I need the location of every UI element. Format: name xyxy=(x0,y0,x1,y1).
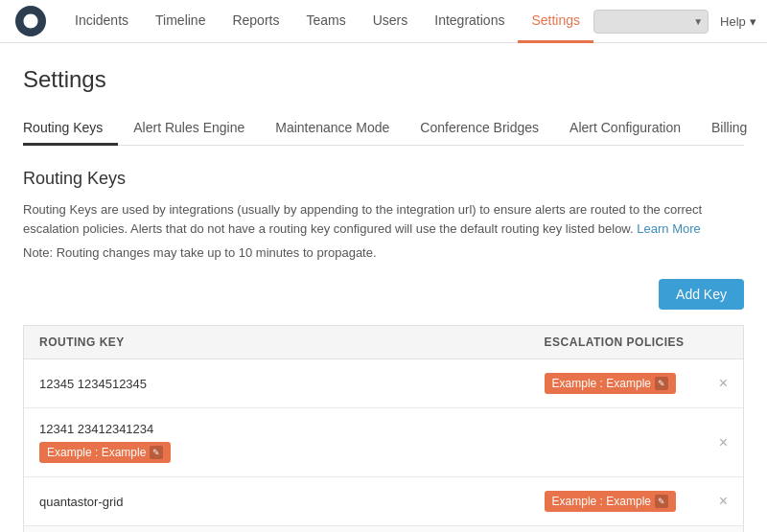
routing-key-value: 12341 23412341234 Example : Example ✎ xyxy=(24,408,529,477)
nav-right: Help ▾ xyxy=(593,10,756,34)
table-row: quantastor-grid Example : Example ✎ × xyxy=(24,477,744,526)
col-delete xyxy=(704,326,744,359)
escalation-cell: Example : Example ✎ xyxy=(529,477,704,526)
tab-routing-keys[interactable]: Routing Keys xyxy=(23,112,118,146)
col-routing-key: Routing Key xyxy=(24,326,529,359)
table-body: 12345 1234512345 Example : Example ✎ × 1… xyxy=(24,359,744,533)
policy-tag-inline[interactable]: Example : Example ✎ xyxy=(39,442,171,463)
logo-icon xyxy=(22,12,39,30)
sub-tabs: Routing Keys Alert Rules Engine Maintena… xyxy=(23,112,744,146)
default-escalation-cell: Example : Example ✎ xyxy=(529,526,704,533)
top-nav: Incidents Timeline Reports Teams Users I… xyxy=(0,0,767,43)
edit-icon: ✎ xyxy=(150,446,163,459)
logo[interactable] xyxy=(15,6,46,36)
routing-key-value: quantastor-grid xyxy=(24,477,529,526)
default-delete-cell xyxy=(704,526,744,533)
nav-timeline[interactable]: Timeline xyxy=(142,0,219,43)
page-content: Settings Routing Keys Alert Rules Engine… xyxy=(0,43,767,532)
tab-maintenance[interactable]: Maintenance Mode xyxy=(260,112,405,146)
actions-bar: Add Key xyxy=(23,279,744,310)
org-selector-wrapper xyxy=(593,10,709,34)
delete-cell[interactable]: × xyxy=(704,359,744,408)
nav-reports[interactable]: Reports xyxy=(219,0,292,43)
delete-cell[interactable]: × xyxy=(704,477,744,526)
default-routing-key: Default Routing Policy Incidents that do… xyxy=(24,526,529,533)
section-note: Note: Routing changes may take up to 10 … xyxy=(23,245,744,260)
nav-links: Incidents Timeline Reports Teams Users I… xyxy=(61,0,593,42)
chevron-down-icon: ▾ xyxy=(750,14,756,29)
nav-integrations[interactable]: Integrations xyxy=(421,0,518,43)
page-title: Settings xyxy=(23,66,744,93)
nav-teams[interactable]: Teams xyxy=(292,0,359,43)
learn-more-link[interactable]: Learn More xyxy=(637,221,700,236)
tab-conference-bridges[interactable]: Conference Bridges xyxy=(405,112,554,146)
tab-alert-rules[interactable]: Alert Rules Engine xyxy=(118,112,260,146)
delete-cell[interactable]: × xyxy=(704,408,744,477)
table-row: 12341 23412341234 Example : Example ✎ × xyxy=(24,408,744,477)
escalation-cell: Example : Example ✎ xyxy=(529,359,704,408)
add-key-button[interactable]: Add Key xyxy=(659,279,744,310)
routing-key-value: 12345 1234512345 xyxy=(24,359,529,408)
org-selector[interactable] xyxy=(593,10,709,34)
nav-settings[interactable]: Settings xyxy=(518,0,593,43)
edit-icon: ✎ xyxy=(655,495,668,508)
routing-table: Routing Key Escalation Policies 12345 12… xyxy=(23,325,744,532)
nav-incidents[interactable]: Incidents xyxy=(61,0,142,43)
section-description: Routing Keys are used by integrations (u… xyxy=(23,200,744,238)
nav-users[interactable]: Users xyxy=(360,0,422,43)
policy-tag[interactable]: Example : Example ✎ xyxy=(545,373,676,394)
edit-icon: ✎ xyxy=(655,377,668,390)
escalation-cell xyxy=(529,408,704,477)
default-routing-row: Default Routing Policy Incidents that do… xyxy=(24,526,744,533)
table-row: 12345 1234512345 Example : Example ✎ × xyxy=(24,359,744,408)
tab-alert-config[interactable]: Alert Configuration xyxy=(554,112,696,146)
col-escalation: Escalation Policies xyxy=(529,326,704,359)
policy-tag[interactable]: Example : Example ✎ xyxy=(545,491,676,512)
table-header: Routing Key Escalation Policies xyxy=(24,326,744,359)
section-title: Routing Keys xyxy=(23,169,744,189)
help-menu[interactable]: Help ▾ xyxy=(720,14,756,29)
tab-billing[interactable]: Billing xyxy=(696,112,762,146)
